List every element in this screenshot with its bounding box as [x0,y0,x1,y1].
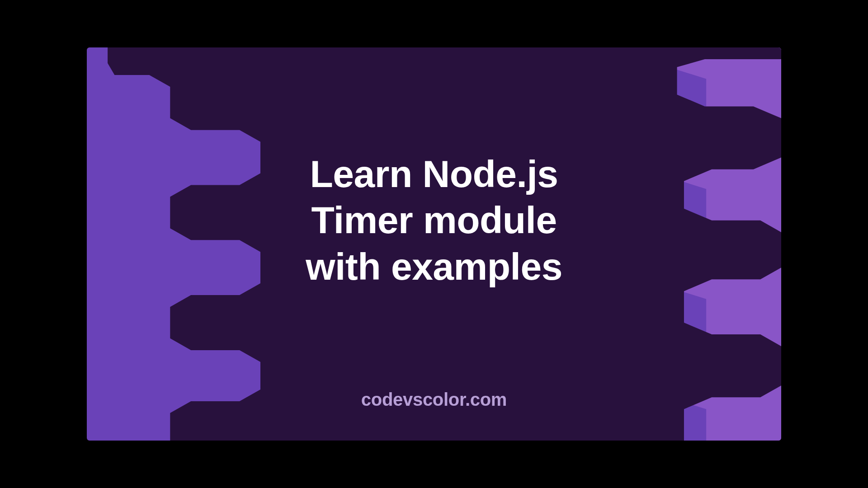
banner-card: Learn Node.js Timer module with examples… [87,47,781,441]
title-line-1: Learn Node.js [310,153,558,195]
credit-text: codevscolor.com [87,389,781,410]
title-line-2: Timer module [311,199,557,242]
banner-title: Learn Node.js Timer module with examples [87,151,781,290]
title-line-3: with examples [306,245,562,288]
